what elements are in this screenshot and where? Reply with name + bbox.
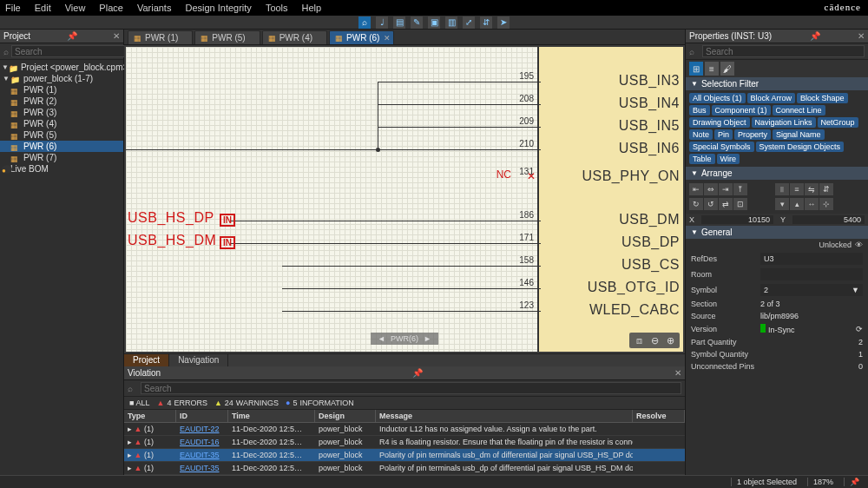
group-icon[interactable]: ⊡ (733, 198, 747, 210)
sync-icon[interactable]: ⟳ (856, 325, 863, 333)
menu-help[interactable]: Help (302, 3, 322, 13)
properties-search-input[interactable] (702, 45, 865, 57)
eye-icon[interactable]: 👁 (855, 241, 863, 249)
tool-pencil-icon[interactable]: ✎ (411, 16, 423, 29)
filter-tag[interactable]: Signal Name (773, 129, 825, 140)
nav-prev-icon[interactable]: ◄ (378, 334, 385, 343)
filter-info[interactable]: ●5 INFORMATION (286, 399, 354, 407)
filter-tag[interactable]: Block Shape (797, 93, 848, 103)
general-header[interactable]: ▼General (686, 226, 868, 239)
tree-page[interactable]: PWR (3) (0, 107, 123, 118)
tree-page[interactable]: PWR (4) (0, 118, 123, 129)
mirror-icon[interactable]: ⇄ (719, 198, 733, 210)
flip-h-icon[interactable]: ⇋ (805, 183, 819, 195)
tool-arrow-icon[interactable]: ➤ (497, 16, 510, 29)
prop-tool-paint-icon[interactable]: 🖌 (720, 62, 734, 76)
menu-edit[interactable]: Edit (35, 3, 51, 13)
properties-pin-icon[interactable]: 📌 (810, 31, 820, 41)
editor-tab[interactable]: ▦PWR (5) (194, 30, 260, 44)
editor-tab[interactable]: ▦PWR (4) (262, 30, 327, 44)
y-value[interactable]: 5400 (792, 215, 865, 224)
project-panel-pin-icon[interactable]: 📌 (67, 31, 77, 41)
status-pin-icon[interactable]: 📌 (844, 478, 865, 486)
filter-tag[interactable]: Navigation Links (752, 117, 816, 128)
violation-row[interactable]: ▸ ▲ (1)EAUDIT-3511-Dec-2020 12:5…power_b… (124, 449, 685, 462)
col-resolve[interactable]: Resolve (633, 410, 685, 422)
filter-tag[interactable]: Note (689, 129, 713, 140)
zoom-home-icon[interactable]: ⧈ (633, 334, 645, 346)
filter-tag[interactable]: All Objects (1) (689, 93, 746, 103)
tab-project[interactable]: Project (124, 354, 169, 366)
schematic-canvas[interactable]: USB_IN3195USB_IN4208USB_IN5209USB_IN6210… (126, 47, 683, 352)
align-left-icon[interactable]: ⇤ (689, 183, 703, 195)
tab-close-icon[interactable]: ✕ (384, 34, 391, 43)
menu-place[interactable]: Place (99, 3, 123, 13)
filter-tag[interactable]: System Design Objects (756, 142, 845, 152)
filter-errors[interactable]: ▲4 ERRORS (156, 399, 207, 407)
flip-v-icon[interactable]: ⇵ (819, 183, 833, 195)
tree-live-bom[interactable]: Live BOM (0, 163, 123, 175)
tool-search-icon[interactable]: ⌕ (358, 16, 371, 29)
canvas-nav-overlay[interactable]: ◄ PWR(6) ► (371, 333, 438, 345)
menu-variants[interactable]: Variants (137, 3, 172, 13)
refdes-value[interactable]: U3 (760, 253, 863, 265)
zoom-out-icon[interactable]: ⊖ (648, 334, 661, 346)
filter-warnings[interactable]: ▲24 WARNINGS (214, 399, 279, 407)
distribute-v-icon[interactable]: ≡ (790, 183, 804, 195)
selection-filter-header[interactable]: ▼Selection Filter (686, 77, 868, 90)
tab-navigation[interactable]: Navigation (169, 354, 228, 366)
col-design[interactable]: Design (315, 410, 376, 422)
col-time[interactable]: Time (228, 410, 315, 422)
tool-filter-icon[interactable]: ⇵ (480, 16, 492, 29)
menu-view[interactable]: View (65, 3, 86, 13)
tool-diff-icon[interactable]: ⤢ (463, 16, 475, 29)
filter-tag[interactable]: Connect Line (773, 105, 825, 115)
filter-tag[interactable]: Special Symbols (689, 142, 754, 152)
tree-page[interactable]: PWR (1) (0, 84, 123, 96)
violation-row[interactable]: ▸ ▲ (1)EAUDIT-1611-Dec-2020 12:5…power_b… (124, 436, 685, 449)
violation-close-icon[interactable]: ✕ (674, 368, 681, 378)
bring-front-icon[interactable]: ▴ (790, 198, 804, 210)
properties-close-icon[interactable]: ✕ (858, 31, 865, 41)
project-panel-close-icon[interactable]: ✕ (113, 31, 120, 41)
col-type[interactable]: Type (124, 410, 176, 422)
nav-next-icon[interactable]: ► (424, 334, 431, 343)
lock-row[interactable]: Unlocked👁 (686, 239, 868, 251)
tree-root[interactable]: ▼Project <power_block.cpm> (0, 62, 123, 73)
snap-icon[interactable]: ⊹ (819, 198, 833, 210)
prop-tool-layers-icon[interactable]: ≡ (705, 62, 719, 76)
filter-tag[interactable]: NetGroup (818, 117, 858, 128)
violation-pin-icon[interactable]: 📌 (412, 368, 423, 378)
violation-row[interactable]: ▸ ▲ (1)EAUDIT-2211-Dec-2020 12:5…power_b… (124, 423, 685, 436)
col-message[interactable]: Message (376, 410, 633, 422)
editor-tab[interactable]: ▦PWR (6)✕ (329, 30, 394, 44)
filter-all[interactable]: ■ ALL (129, 399, 149, 407)
menu-tools[interactable]: Tools (266, 3, 288, 13)
filter-tag[interactable]: Drawing Object (689, 117, 750, 128)
tree-page[interactable]: PWR (7) (0, 152, 123, 163)
tool-table-icon[interactable]: ▥ (445, 16, 457, 29)
violation-search-input[interactable] (141, 382, 681, 394)
filter-tag[interactable]: Pin (714, 129, 733, 140)
rotate-icon[interactable]: ↻ (689, 198, 703, 210)
tree-block[interactable]: ▼power_block (1-7) (0, 73, 123, 84)
tree-page[interactable]: PWR (5) (0, 129, 123, 141)
x-value[interactable]: 10150 (701, 215, 773, 224)
filter-tag[interactable]: Bus (689, 105, 710, 115)
tree-page[interactable]: PWR (6) (0, 141, 123, 152)
align-center-icon[interactable]: ⇔ (704, 183, 718, 195)
filter-tag[interactable]: Component (1) (712, 105, 771, 115)
tool-block-icon[interactable]: ▣ (428, 16, 440, 29)
send-back-icon[interactable]: ▾ (775, 198, 789, 210)
rotate-cc-icon[interactable]: ↺ (704, 198, 718, 210)
menu-design-integrity[interactable]: Design Integrity (185, 3, 251, 13)
tool-route-icon[interactable]: ♩ (376, 16, 388, 29)
tool-hier-icon[interactable]: ▤ (393, 16, 405, 29)
violation-row[interactable]: ▸ ▲ (1)EAUDIT-3511-Dec-2020 12:5…power_b… (124, 462, 685, 475)
arrange-header[interactable]: ▼Arrange (686, 167, 868, 180)
filter-tag[interactable]: Table (689, 154, 715, 164)
col-id[interactable]: ID (176, 410, 228, 422)
project-search-input[interactable] (11, 45, 128, 57)
align-right-icon[interactable]: ⇥ (719, 183, 733, 195)
editor-tab[interactable]: ▦PWR (1) (128, 30, 193, 44)
